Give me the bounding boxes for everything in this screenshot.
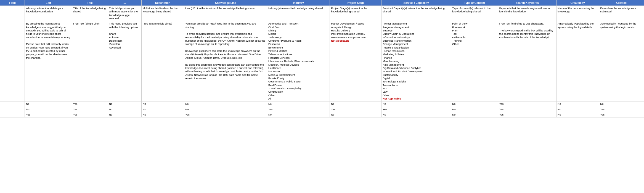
options-row: Options By pressing the icon nex to a kn… <box>0 21 644 101</box>
filter-keywords: Yes <box>498 107 556 112</box>
explanation-knowledge-link: Link (URL) to the location of the knowel… <box>184 6 267 21</box>
options-created: Automatically Populated by the system us… <box>599 21 644 101</box>
col-header-project-stage: Project Stage <box>330 0 381 6</box>
main-table: Field Edit Title ... Description Knowled… <box>0 0 644 117</box>
filter-type: No <box>451 107 498 112</box>
sort-title: Yes <box>72 112 108 117</box>
sort-industry: No <box>267 112 330 117</box>
col-header-knowledge-link: Knowledge Link <box>184 0 267 6</box>
indexed-description: No <box>141 101 184 107</box>
filter-knowledge-link: No <box>184 107 267 112</box>
sort-edit: Yes <box>25 112 72 117</box>
col-header-service: Service / Capability <box>381 0 451 6</box>
filter-row: Can be filtered? No Yes No No No Yes Yes… <box>0 107 644 112</box>
options-project-stage: Market Development / Sales Analysis & De… <box>330 21 381 101</box>
explanation-label: Explanation <box>0 6 25 21</box>
options-label: Options <box>0 21 25 101</box>
col-header-description: Description <box>141 0 184 6</box>
options-service: Project Management Program Management St… <box>381 21 451 101</box>
options-type: Point of View Framework Plan Tool Delive… <box>451 21 498 101</box>
col-header-type: Type of Content <box>451 0 498 6</box>
explanation-created-by: Name of the person sharing the knowledge <box>556 6 599 21</box>
sort-keywords: Yes <box>498 112 556 117</box>
filter-created-by: No <box>556 107 599 112</box>
options-industry: Automotive and Transport Oil & Gas Minin… <box>267 21 330 101</box>
col-header-dots: ... <box>108 0 142 6</box>
explanation-edit: Allows you to edit or delete your knowle… <box>25 6 72 21</box>
options-knowledge-link: You must provide an http:// URL link to … <box>184 21 267 101</box>
options-created-by: Automatically Populated by the system us… <box>556 21 599 101</box>
col-header-edit: Edit <box>25 0 72 6</box>
explanation-type: Type of content(s) relevant to the knowl… <box>451 6 498 21</box>
filter-description: No <box>141 107 184 112</box>
options-keywords: Free Text field of up to 255 characters.… <box>498 21 556 101</box>
filter-service: Yes <box>381 107 451 112</box>
sort-created: Yes <box>599 112 644 117</box>
indexed-project-stage: No <box>330 101 381 107</box>
header-row: Field Edit Title ... Description Knowled… <box>0 0 644 6</box>
sort-service: No <box>381 112 451 117</box>
sort-created-by: No <box>556 112 599 117</box>
indexed-service: No <box>381 101 451 107</box>
filter-industry: Yes <box>267 107 330 112</box>
indexed-label: Indexed in Search? <box>0 101 25 107</box>
sort-type: No <box>451 112 498 117</box>
options-title: Free Text (Single Line) <box>72 21 108 101</box>
indexed-edit: No <box>25 101 72 107</box>
explanation-keywords: Keywords that the search engine will use… <box>498 6 556 21</box>
col-header-industry: Industry <box>267 0 330 6</box>
sort-project-stage: No <box>330 112 381 117</box>
col-header-created-by: Created by <box>556 0 599 6</box>
sort-description: No <box>141 112 184 117</box>
explanation-description: Multi-Line field to describe the knowled… <box>141 6 184 21</box>
filter-label: Can be filtered? <box>0 107 25 112</box>
explanation-project-stage: Project Stage(s) relevant to the knowled… <box>330 6 381 21</box>
indexed-created-by: No <box>556 101 599 107</box>
options-description: Free Text (Multiple Lines) <box>141 21 184 101</box>
options-edit: By pressing the icon nex to a knowledge … <box>25 21 72 101</box>
col-header-title: Title <box>72 0 108 6</box>
filter-project-stage: Yes <box>330 107 381 112</box>
filter-title: Yes <box>72 107 108 112</box>
col-header-field: Field <box>0 0 25 6</box>
indexed-row: Indexed in Search? No Yes No No No No No… <box>0 101 644 107</box>
sort-dots: No <box>108 112 142 117</box>
sort-label: Can be sorted? <box>0 112 25 117</box>
indexed-industry: No <box>267 101 330 107</box>
explanation-dots: This field provides you with more option… <box>108 6 142 21</box>
filter-created: Yes <box>599 107 644 112</box>
filter-edit: No <box>25 107 72 112</box>
col-header-keywords: Search Keywords <box>498 0 556 6</box>
indexed-title: Yes <box>72 101 108 107</box>
explanation-service: Service / Capabily(s) relevant to the kn… <box>381 6 451 21</box>
explanation-row: Explanation Allows you to edit or delete… <box>0 6 644 21</box>
options-dots: This menu provides you with the followin… <box>108 21 142 101</box>
explanation-created: Date when the knowledge was submitted <box>599 6 644 21</box>
sort-knowledge-link: Yes <box>184 112 267 117</box>
indexed-dots: No <box>108 101 142 107</box>
sort-row: Can be sorted? Yes Yes No No Yes No No N… <box>0 112 644 117</box>
explanation-title: Title of the knowledge being shared <box>72 6 108 21</box>
explanation-industry: Industry(s) relevant to knowledge being … <box>267 6 330 21</box>
col-header-created: Created <box>599 0 644 6</box>
indexed-created: No <box>599 101 644 107</box>
indexed-knowledge-link: No <box>184 101 267 107</box>
indexed-type: No <box>451 101 498 107</box>
indexed-keywords: Yes <box>498 101 556 107</box>
filter-dots: No <box>108 107 142 112</box>
